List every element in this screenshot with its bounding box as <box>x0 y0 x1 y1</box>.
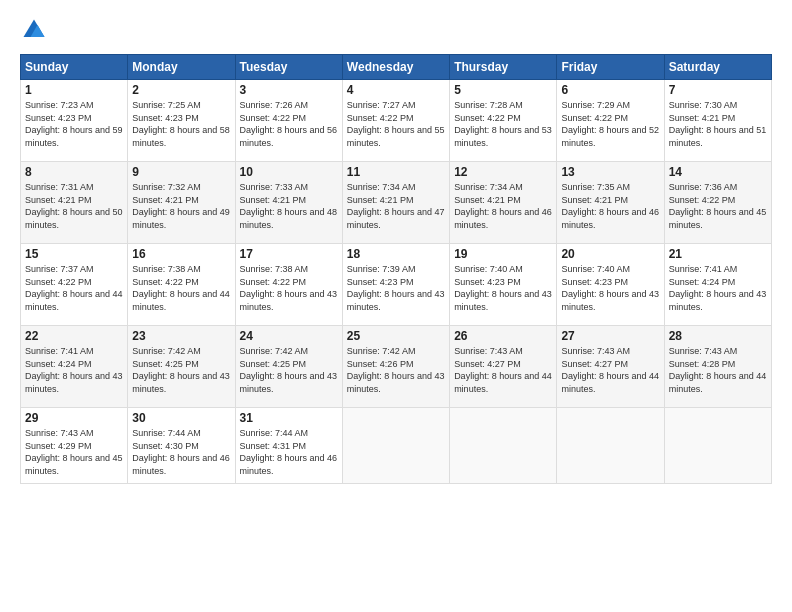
day-number: 2 <box>132 83 230 97</box>
day-number: 1 <box>25 83 123 97</box>
calendar-cell: 1 Sunrise: 7:23 AMSunset: 4:23 PMDayligh… <box>21 80 128 162</box>
day-number: 22 <box>25 329 123 343</box>
day-number: 9 <box>132 165 230 179</box>
calendar-cell: 14 Sunrise: 7:36 AMSunset: 4:22 PMDaylig… <box>664 162 771 244</box>
day-info: Sunrise: 7:36 AMSunset: 4:22 PMDaylight:… <box>669 182 767 230</box>
weekday-header: Saturday <box>664 55 771 80</box>
weekday-header: Thursday <box>450 55 557 80</box>
day-info: Sunrise: 7:44 AMSunset: 4:30 PMDaylight:… <box>132 428 230 476</box>
calendar-cell: 15 Sunrise: 7:37 AMSunset: 4:22 PMDaylig… <box>21 244 128 326</box>
day-info: Sunrise: 7:41 AMSunset: 4:24 PMDaylight:… <box>25 346 123 394</box>
day-number: 25 <box>347 329 445 343</box>
day-number: 8 <box>25 165 123 179</box>
day-info: Sunrise: 7:29 AMSunset: 4:22 PMDaylight:… <box>561 100 659 148</box>
calendar-cell: 18 Sunrise: 7:39 AMSunset: 4:23 PMDaylig… <box>342 244 449 326</box>
day-number: 18 <box>347 247 445 261</box>
weekday-header: Wednesday <box>342 55 449 80</box>
day-info: Sunrise: 7:32 AMSunset: 4:21 PMDaylight:… <box>132 182 230 230</box>
calendar-cell: 2 Sunrise: 7:25 AMSunset: 4:23 PMDayligh… <box>128 80 235 162</box>
calendar-cell: 22 Sunrise: 7:41 AMSunset: 4:24 PMDaylig… <box>21 326 128 408</box>
day-info: Sunrise: 7:42 AMSunset: 4:26 PMDaylight:… <box>347 346 445 394</box>
day-info: Sunrise: 7:42 AMSunset: 4:25 PMDaylight:… <box>132 346 230 394</box>
day-number: 27 <box>561 329 659 343</box>
day-number: 6 <box>561 83 659 97</box>
day-number: 4 <box>347 83 445 97</box>
calendar-cell: 5 Sunrise: 7:28 AMSunset: 4:22 PMDayligh… <box>450 80 557 162</box>
day-number: 28 <box>669 329 767 343</box>
weekday-header: Sunday <box>21 55 128 80</box>
day-info: Sunrise: 7:27 AMSunset: 4:22 PMDaylight:… <box>347 100 445 148</box>
calendar-cell: 13 Sunrise: 7:35 AMSunset: 4:21 PMDaylig… <box>557 162 664 244</box>
day-info: Sunrise: 7:35 AMSunset: 4:21 PMDaylight:… <box>561 182 659 230</box>
day-info: Sunrise: 7:40 AMSunset: 4:23 PMDaylight:… <box>561 264 659 312</box>
day-number: 16 <box>132 247 230 261</box>
day-number: 23 <box>132 329 230 343</box>
day-number: 30 <box>132 411 230 425</box>
day-number: 11 <box>347 165 445 179</box>
calendar-cell: 7 Sunrise: 7:30 AMSunset: 4:21 PMDayligh… <box>664 80 771 162</box>
calendar-cell <box>342 408 449 484</box>
day-number: 10 <box>240 165 338 179</box>
calendar-cell: 21 Sunrise: 7:41 AMSunset: 4:24 PMDaylig… <box>664 244 771 326</box>
logo-icon <box>20 16 48 44</box>
calendar-cell: 28 Sunrise: 7:43 AMSunset: 4:28 PMDaylig… <box>664 326 771 408</box>
day-info: Sunrise: 7:39 AMSunset: 4:23 PMDaylight:… <box>347 264 445 312</box>
day-number: 12 <box>454 165 552 179</box>
day-number: 3 <box>240 83 338 97</box>
calendar-cell: 17 Sunrise: 7:38 AMSunset: 4:22 PMDaylig… <box>235 244 342 326</box>
day-info: Sunrise: 7:31 AMSunset: 4:21 PMDaylight:… <box>25 182 123 230</box>
day-number: 19 <box>454 247 552 261</box>
day-info: Sunrise: 7:34 AMSunset: 4:21 PMDaylight:… <box>347 182 445 230</box>
calendar-cell: 3 Sunrise: 7:26 AMSunset: 4:22 PMDayligh… <box>235 80 342 162</box>
day-info: Sunrise: 7:25 AMSunset: 4:23 PMDaylight:… <box>132 100 230 148</box>
calendar-cell: 20 Sunrise: 7:40 AMSunset: 4:23 PMDaylig… <box>557 244 664 326</box>
calendar-cell: 8 Sunrise: 7:31 AMSunset: 4:21 PMDayligh… <box>21 162 128 244</box>
day-info: Sunrise: 7:44 AMSunset: 4:31 PMDaylight:… <box>240 428 338 476</box>
day-info: Sunrise: 7:40 AMSunset: 4:23 PMDaylight:… <box>454 264 552 312</box>
day-number: 17 <box>240 247 338 261</box>
page: SundayMondayTuesdayWednesdayThursdayFrid… <box>0 0 792 612</box>
day-info: Sunrise: 7:26 AMSunset: 4:22 PMDaylight:… <box>240 100 338 148</box>
calendar-cell: 31 Sunrise: 7:44 AMSunset: 4:31 PMDaylig… <box>235 408 342 484</box>
calendar-cell <box>557 408 664 484</box>
calendar-cell: 23 Sunrise: 7:42 AMSunset: 4:25 PMDaylig… <box>128 326 235 408</box>
day-info: Sunrise: 7:43 AMSunset: 4:28 PMDaylight:… <box>669 346 767 394</box>
header <box>20 16 772 44</box>
calendar-cell: 24 Sunrise: 7:42 AMSunset: 4:25 PMDaylig… <box>235 326 342 408</box>
day-info: Sunrise: 7:38 AMSunset: 4:22 PMDaylight:… <box>240 264 338 312</box>
day-number: 5 <box>454 83 552 97</box>
calendar-cell: 29 Sunrise: 7:43 AMSunset: 4:29 PMDaylig… <box>21 408 128 484</box>
calendar-cell: 19 Sunrise: 7:40 AMSunset: 4:23 PMDaylig… <box>450 244 557 326</box>
day-number: 20 <box>561 247 659 261</box>
calendar-cell: 27 Sunrise: 7:43 AMSunset: 4:27 PMDaylig… <box>557 326 664 408</box>
day-number: 21 <box>669 247 767 261</box>
calendar-cell: 30 Sunrise: 7:44 AMSunset: 4:30 PMDaylig… <box>128 408 235 484</box>
calendar-cell: 26 Sunrise: 7:43 AMSunset: 4:27 PMDaylig… <box>450 326 557 408</box>
calendar-cell <box>450 408 557 484</box>
calendar-cell: 10 Sunrise: 7:33 AMSunset: 4:21 PMDaylig… <box>235 162 342 244</box>
calendar-cell: 16 Sunrise: 7:38 AMSunset: 4:22 PMDaylig… <box>128 244 235 326</box>
day-number: 15 <box>25 247 123 261</box>
calendar: SundayMondayTuesdayWednesdayThursdayFrid… <box>20 54 772 484</box>
day-number: 26 <box>454 329 552 343</box>
logo <box>20 16 52 44</box>
day-number: 7 <box>669 83 767 97</box>
calendar-cell: 9 Sunrise: 7:32 AMSunset: 4:21 PMDayligh… <box>128 162 235 244</box>
calendar-cell: 4 Sunrise: 7:27 AMSunset: 4:22 PMDayligh… <box>342 80 449 162</box>
day-info: Sunrise: 7:30 AMSunset: 4:21 PMDaylight:… <box>669 100 767 148</box>
weekday-header: Monday <box>128 55 235 80</box>
day-number: 29 <box>25 411 123 425</box>
day-info: Sunrise: 7:23 AMSunset: 4:23 PMDaylight:… <box>25 100 123 148</box>
calendar-cell: 11 Sunrise: 7:34 AMSunset: 4:21 PMDaylig… <box>342 162 449 244</box>
day-info: Sunrise: 7:34 AMSunset: 4:21 PMDaylight:… <box>454 182 552 230</box>
day-number: 14 <box>669 165 767 179</box>
day-info: Sunrise: 7:37 AMSunset: 4:22 PMDaylight:… <box>25 264 123 312</box>
day-number: 24 <box>240 329 338 343</box>
day-info: Sunrise: 7:43 AMSunset: 4:29 PMDaylight:… <box>25 428 123 476</box>
day-info: Sunrise: 7:43 AMSunset: 4:27 PMDaylight:… <box>454 346 552 394</box>
weekday-header: Tuesday <box>235 55 342 80</box>
calendar-cell <box>664 408 771 484</box>
day-info: Sunrise: 7:41 AMSunset: 4:24 PMDaylight:… <box>669 264 767 312</box>
day-info: Sunrise: 7:28 AMSunset: 4:22 PMDaylight:… <box>454 100 552 148</box>
day-number: 13 <box>561 165 659 179</box>
